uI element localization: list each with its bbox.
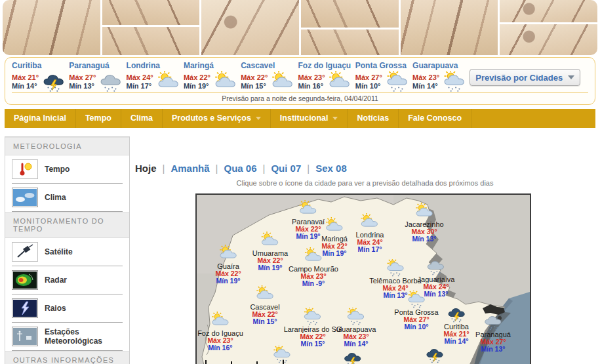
tab-qua-06[interactable]: Qua 06 [224,163,257,174]
parana-weather-map: ParanavaíMáx 22°Mín 19°MaringáMáx 22°Mín… [195,193,531,364]
banner-tile [401,0,498,55]
nav-item-label: Institucional [280,109,329,128]
city-weather-storm-rain-icon[interactable] [327,350,378,364]
city-forecast-dropdown[interactable]: Previsão por Cidades [470,69,580,86]
weather-sun-cloud-icon[interactable] [271,71,294,93]
city-weather-sun-cloud-rain-icon[interactable] [394,291,438,309]
map-city-umuarama: UmuaramaMáx 22°Mín 19° [252,232,288,272]
strip-city-name[interactable]: Curitiba [12,61,69,70]
forecast-strip-cities: CuritibaMáx 21°Mín 14°ParanaguáMáx 27°Mí… [12,60,588,92]
sidebar-item-label: Satélite [45,247,73,256]
banner-tile-art [401,0,498,55]
nav-item-label: Tempo [85,109,111,128]
strip-city-name[interactable]: Londrina [127,61,184,70]
strip-city-name[interactable]: Paranaguá [69,61,126,70]
sidebar-item-esta-es-meteorol-gicas[interactable]: Estações Meteorológicas [5,323,129,350]
sidebar-item-radar[interactable]: Radar [5,266,129,294]
city-weather-sun-cloud-rain-icon[interactable] [336,308,376,326]
weather-rain-icon[interactable] [99,71,123,93]
weather-sun-cloud-icon[interactable] [328,71,351,93]
nav-item-not-cias[interactable]: Notícias [348,109,399,128]
strip-city-body: Máx 22°Mín 15° [241,71,298,93]
city-weather-sun-cloud-rain-icon[interactable] [284,308,342,326]
city-weather-storm-rain-icon[interactable] [443,305,469,323]
radar-icon [12,270,38,290]
strip-city-name[interactable]: Ponta Grossa [355,61,412,70]
tab-sex-08[interactable]: Sex 08 [315,163,347,174]
city-weather-storm-rain-icon[interactable] [418,346,451,364]
city-weather-sun-cloud-icon[interactable] [321,217,348,235]
weather-sun-cloud-rain-icon[interactable] [443,71,466,93]
map-city-gua-ra: GuaíraMáx 22°Mín 19° [215,245,241,285]
strip-city-min: Mín 15° [241,82,271,91]
strip-city-body: Máx 21°Mín 14° [12,71,69,93]
station-icon [12,327,38,346]
city-weather-sun-cloud-icon[interactable] [215,245,241,263]
city-weather-sun-cloud-icon[interactable] [405,203,443,221]
banner-tile-art [301,30,399,55]
sidebar-item-label: Estações Meteorológicas [45,327,123,346]
city-weather-rain-icon[interactable] [475,313,511,331]
strip-city-min: Mín 16° [298,82,328,91]
strip-city-body: Máx 24°Mín 17° [127,71,184,93]
forecast-strip: CuritibaMáx 21°Mín 14°ParanaguáMáx 27°Mí… [5,57,595,105]
strip-city-temps: Máx 27°Mín 10° [355,73,386,91]
city-weather-sun-cloud-icon[interactable] [289,247,338,266]
nav-item-clima[interactable]: Clima [121,109,163,128]
weather-sun-cloud-icon[interactable] [157,71,180,93]
strip-city-name[interactable]: Guarapuava [412,61,470,70]
main-nav: Página InicialTempoClimaProdutos e Servi… [5,109,595,128]
strip-city-min: Mín 17° [127,82,157,91]
strip-city-name[interactable]: Foz do Iguaçu [298,61,355,70]
strip-city-min: Mín 10° [355,82,386,91]
city-weather-sun-cloud-rain-icon[interactable] [369,259,422,277]
map-city-min: Mín 19° [292,233,325,240]
map-hint-text: Clique sobre o ícone da cidade para ver … [130,179,600,187]
city-weather-sun-cloud-icon[interactable] [252,232,288,250]
nav-item-label: Clima [130,109,153,128]
nav-item-produtos-e-servi-os[interactable]: Produtos e Serviços [163,109,271,128]
nav-item-tempo[interactable]: Tempo [76,109,121,128]
city-weather-sun-cloud-icon[interactable] [292,200,325,218]
tab-qui-07[interactable]: Qui 07 [271,163,301,174]
weather-sun-cloud-rain-icon[interactable] [386,71,409,93]
banner-tile [301,0,399,55]
weather-sun-cloud-icon[interactable] [214,71,237,93]
map-city-campo-mour-o: Campo MourãoMáx 23°Mín -9° [289,247,338,287]
strip-city-body: Máx 23°Mín 14° [412,71,470,93]
map-city-paranagu-: ParanaguáMáx 27°Mín 13° [475,313,511,353]
city-weather-rain-icon[interactable] [418,258,455,276]
sidebar-item-raios[interactable]: Raios [5,294,129,322]
thermometer-icon [12,159,38,179]
tab-amanh-[interactable]: Amanhã [170,163,209,174]
map-city-min: Mín -9° [289,280,338,287]
content: METEOROLOGIATempoClimaMONITORAMENTO DO T… [0,136,600,364]
banner-tile-art [201,0,299,55]
nav-item-institucional[interactable]: Institucional [271,109,348,128]
strip-city-body: Máx 23°Mín 16° [298,71,355,93]
map-city-curitiba: CuritibaMáx 21°Mín 14° [443,305,469,345]
weather-storm-rain-icon[interactable] [42,71,66,93]
strip-city: LondrinaMáx 24°Mín 17° [127,61,184,93]
strip-city-body: Máx 27°Mín 13° [69,71,126,93]
city-weather-sun-cloud-rain-icon[interactable] [254,346,310,364]
sidebar-item-tempo[interactable]: Tempo [5,155,129,183]
city-weather-sun-cloud-icon[interactable] [197,312,243,330]
map-city-min: Mín 16° [197,344,243,352]
map-city-rio-negro: Rio Negro [418,346,451,364]
map-city-min: Mín 15° [250,318,279,325]
strip-city-min: Mín 19° [184,82,214,91]
city-weather-sun-cloud-icon[interactable] [356,213,384,232]
sidebar-item-sat-lite[interactable]: Satélite [5,238,129,266]
nav-item-fale-conosco[interactable]: Fale Conosco [399,109,471,128]
nav-item-p-gina-inicial[interactable]: Página Inicial [5,109,76,128]
sidebar-item-clima[interactable]: Clima [5,184,129,211]
strip-city-name[interactable]: Cascavel [241,61,298,70]
strip-city-temps: Máx 21°Mín 14° [12,73,42,91]
city-weather-sun-cloud-icon[interactable] [250,285,279,304]
sidebar-item-label: Clima [45,193,66,202]
strip-city-name[interactable]: Maringá [184,61,241,70]
map-city-cascavel: CascavelMáx 22°Mín 15° [250,285,279,325]
map-city-min: Mín 19° [252,264,288,272]
tab-hoje[interactable]: Hoje [135,163,157,174]
